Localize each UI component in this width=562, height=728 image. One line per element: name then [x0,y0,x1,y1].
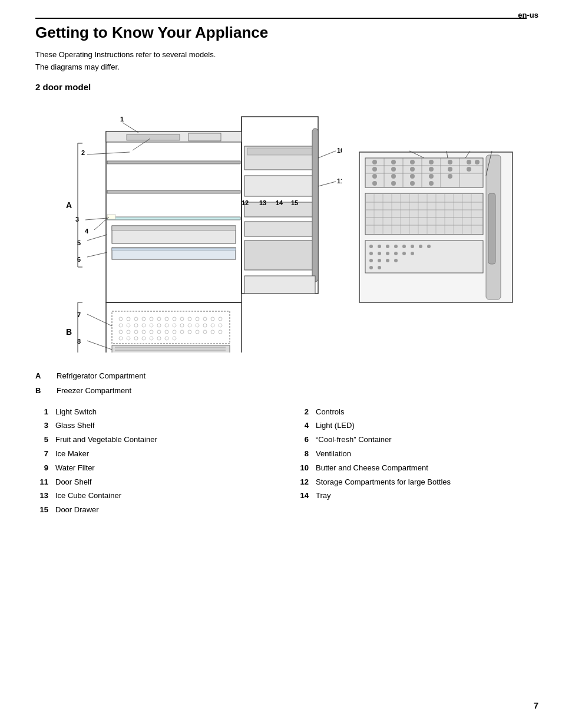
legend-number-5: 5Fruit and Vegetable Container [35,434,266,446]
svg-point-171 [369,252,373,255]
svg-rect-7 [107,190,240,193]
svg-point-127 [448,160,452,164]
svg-point-137 [391,174,396,179]
svg-point-51 [173,330,176,334]
svg-point-54 [196,330,199,334]
svg-point-55 [203,330,207,334]
svg-point-34 [150,324,153,327]
svg-text:11: 11 [337,177,342,185]
svg-text:14: 14 [276,199,283,206]
svg-point-131 [391,167,396,172]
svg-point-58 [119,337,123,340]
svg-point-124 [391,160,396,164]
svg-point-41 [203,324,207,327]
diagram-area: 1 2 3 4 5 6 7 [35,99,527,353]
legend-number-2: 2Controls [296,406,527,419]
legend-number-7: 7Ice Maker [35,448,266,460]
svg-point-182 [378,266,381,269]
letter-b-label: B [35,385,45,397]
svg-rect-115 [365,158,483,187]
svg-text:15: 15 [291,199,298,206]
legend-number-4: 4Light (LED) [296,420,527,432]
svg-point-165 [386,245,389,248]
svg-point-175 [402,252,406,255]
svg-point-31 [127,324,130,327]
svg-point-168 [411,245,414,248]
svg-point-48 [150,330,153,334]
svg-point-45 [127,330,130,334]
svg-rect-8 [107,217,240,220]
svg-point-38 [180,324,184,327]
title-section: Getting to Know Your Appliance [35,18,527,42]
svg-point-141 [372,181,377,186]
svg-text:13: 13 [259,199,266,206]
svg-text:1: 1 [120,116,124,123]
legend-number-8: 8Ventilation [296,448,527,460]
svg-point-176 [411,252,414,255]
svg-point-63 [157,337,161,340]
svg-point-47 [142,330,146,334]
svg-point-178 [378,259,381,262]
svg-point-125 [410,160,415,164]
svg-rect-76 [244,241,315,270]
svg-text:12: 12 [242,199,249,206]
letter-b-desc: Freezer Compartment [57,385,131,397]
svg-point-56 [211,330,214,334]
svg-rect-68 [115,350,226,351]
svg-text:B: B [66,327,72,337]
svg-point-163 [369,245,373,248]
svg-line-88 [87,235,107,241]
svg-point-57 [219,330,222,334]
svg-point-42 [211,324,214,327]
svg-line-94 [87,341,112,350]
svg-point-135 [467,167,471,172]
svg-point-167 [402,245,406,248]
svg-text:A: A [66,200,72,210]
svg-point-169 [419,245,422,248]
svg-point-32 [134,324,138,327]
svg-point-20 [150,317,153,321]
svg-point-21 [157,317,161,321]
svg-point-166 [394,245,398,248]
legend-number-11: 11Door Shelf [35,476,266,489]
svg-point-36 [165,324,168,327]
svg-point-22 [165,317,168,321]
svg-point-130 [372,167,377,172]
svg-point-23 [173,317,176,321]
svg-line-83 [87,152,130,154]
svg-point-126 [429,160,434,164]
svg-text:10: 10 [337,147,342,154]
svg-text:4: 4 [85,228,89,235]
svg-point-53 [188,330,191,334]
svg-point-49 [157,330,161,334]
svg-rect-15 [112,311,230,344]
svg-point-16 [119,317,123,321]
svg-rect-66 [112,345,230,353]
svg-rect-78 [244,276,315,294]
svg-point-134 [448,167,452,172]
legend-section: A Refrigerator Compartment B Freezer Com… [35,370,527,518]
svg-line-100 [318,182,336,186]
svg-rect-13 [112,248,236,251]
svg-rect-184 [488,193,495,264]
svg-point-143 [410,181,415,186]
svg-point-181 [369,266,373,269]
svg-point-64 [165,337,168,340]
svg-point-164 [378,245,381,248]
legend-number-15: 15Door Drawer [35,504,266,516]
subtitle-line-1: These Operating Instructions refer to se… [35,49,527,61]
ice-maker-detail [353,146,518,311]
svg-point-19 [142,317,146,321]
section-heading: 2 door model [35,82,527,92]
svg-rect-77 [312,129,318,282]
svg-point-132 [410,167,415,172]
svg-point-123 [372,160,377,164]
svg-line-84 [85,218,107,220]
svg-point-39 [188,324,191,327]
svg-point-136 [372,174,377,179]
svg-point-174 [394,252,398,255]
letter-a-desc: Refrigerator Compartment [57,370,146,382]
legend-number-10: 10Butter and Cheese Compartment [296,462,527,475]
svg-point-27 [203,317,207,321]
legend-letter-b: B Freezer Compartment [35,385,527,397]
